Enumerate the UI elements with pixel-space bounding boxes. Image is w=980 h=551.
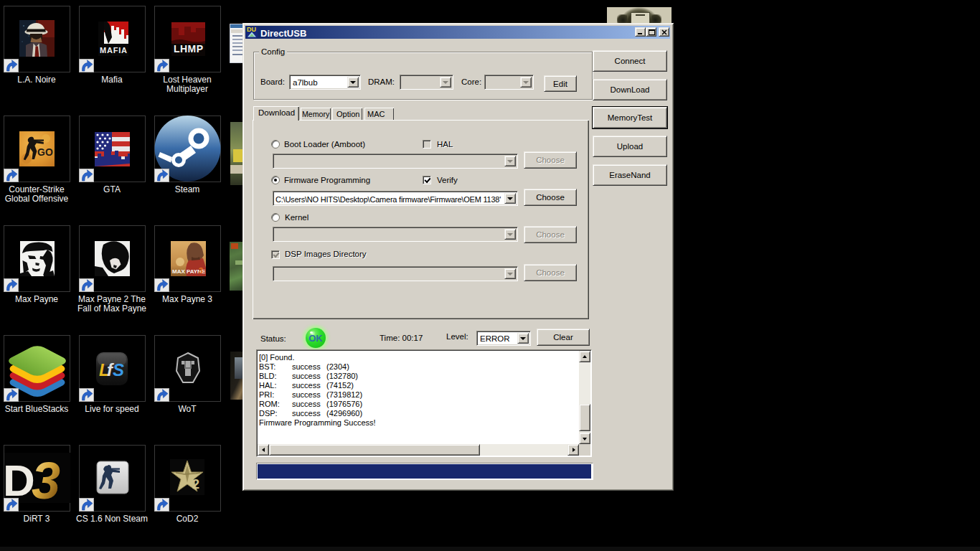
svg-text:D: D bbox=[4, 456, 35, 503]
svg-text:3: 3 bbox=[32, 453, 60, 503]
svg-text:GO: GO bbox=[37, 146, 53, 158]
svg-text:2: 2 bbox=[192, 477, 199, 491]
svg-text:S: S bbox=[113, 360, 124, 380]
svg-text:LHMP: LHMP bbox=[174, 43, 203, 55]
svg-text:MAFIA: MAFIA bbox=[100, 46, 127, 55]
svg-text:3: 3 bbox=[199, 266, 203, 275]
